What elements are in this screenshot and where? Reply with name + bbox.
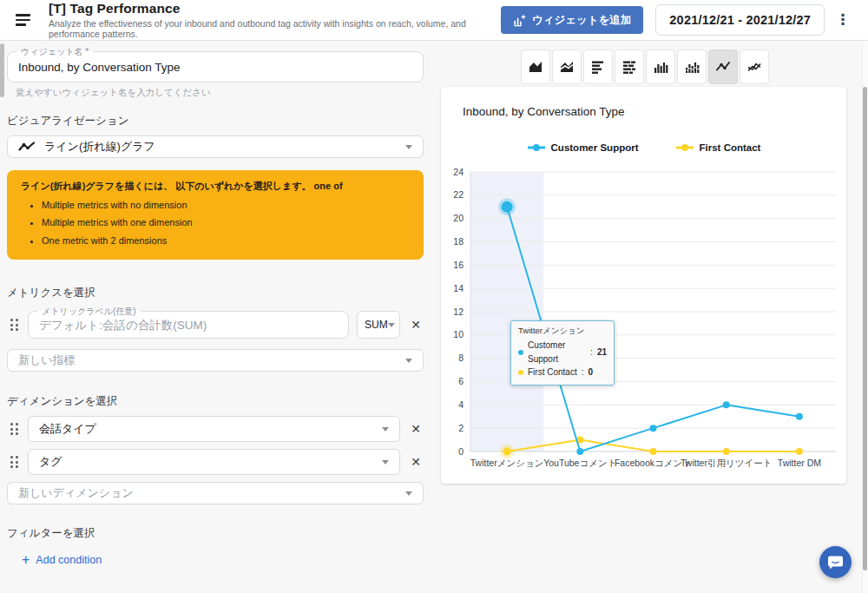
svg-text:Twitter DM: Twitter DM <box>778 458 821 468</box>
legend-label: First Contact <box>700 142 761 153</box>
dimension-value: 会話タイプ <box>39 421 96 437</box>
svg-text:Twitterメンション: Twitterメンション <box>470 458 544 468</box>
aggregation-select[interactable]: SUM <box>357 311 400 339</box>
remove-dimension-icon[interactable]: ✕ <box>408 422 424 436</box>
chart-title: Inbound, by Conversation Type <box>441 87 846 118</box>
chart-type-stacked-area-button[interactable] <box>552 49 582 84</box>
chart-preview-card: Inbound, by Conversation Type Customer S… <box>441 87 846 484</box>
widget-name-label: ウィジェット名 * <box>16 46 93 58</box>
metric-label-caption: メトリックラベル(任意) <box>37 306 141 318</box>
dimension-select-tag[interactable]: タグ <box>28 449 400 475</box>
svg-text:6: 6 <box>458 376 464 386</box>
new-metric-select[interactable]: 新しい指標 <box>7 349 424 372</box>
svg-text:Twitter引用リツイート: Twitter引用リツイート <box>681 458 772 468</box>
chevron-down-icon <box>405 359 412 363</box>
widget-name-field[interactable]: ウィジェット名 * <box>7 51 424 82</box>
dimensions-section-label: ディメンションを選択 <box>7 394 424 409</box>
visualization-select[interactable]: ライン(折れ線)グラフ <box>7 135 424 158</box>
tooltip-value: 21 <box>597 346 607 359</box>
chart-type-bar-horizontal-button[interactable] <box>583 49 613 84</box>
svg-text:18: 18 <box>453 236 464 247</box>
chart-type-area-button[interactable] <box>521 49 550 84</box>
tooltip-row: Customer Support: 21 <box>518 339 607 366</box>
filters-section-label: フィルターを選択 <box>7 526 424 541</box>
line-chart-icon <box>18 142 36 152</box>
line-chart[interactable]: 024681012141618202224TwitterメンションYouTube… <box>444 161 841 484</box>
series-dot-icon <box>518 370 523 375</box>
tooltip-title: Twitterメンション <box>518 326 607 337</box>
date-range-picker[interactable]: 2021/12/21 - 2021/12/27 <box>655 4 825 36</box>
chart-type-bar-horizontal-stacked-button[interactable] <box>615 49 644 84</box>
svg-text:10: 10 <box>453 329 464 339</box>
metric-label-field[interactable]: メトリックラベル(任意) <box>28 311 349 339</box>
bar-vertical-stacked-icon <box>684 59 700 75</box>
add-condition-button[interactable]: + Add condition <box>22 553 424 567</box>
legend-label: Customer Support <box>551 142 639 153</box>
chevron-down-icon <box>388 323 395 327</box>
svg-text:24: 24 <box>453 167 464 177</box>
chart-legend: Customer SupportFirst Contact <box>441 142 846 153</box>
new-dimension-select[interactable]: 新しいディメンション <box>7 482 424 504</box>
page-subtitle: Analyze the effectiveness of your inboun… <box>49 18 501 39</box>
chat-bubble-icon <box>826 553 845 571</box>
metrics-section-label: メトリクスを選択 <box>7 286 424 300</box>
chart-type-bar-vertical-stacked-button[interactable] <box>677 49 707 84</box>
app-header: [T] Tag Performance Analyze the effectiv… <box>0 0 868 41</box>
chevron-down-icon <box>382 427 389 432</box>
chart-type-line-button[interactable] <box>708 49 738 84</box>
svg-text:16: 16 <box>453 260 464 270</box>
bar-vertical-icon <box>653 59 668 75</box>
tooltip-row: First Contact: 0 <box>518 366 607 379</box>
area-chart-icon <box>528 59 543 75</box>
visualization-section-label: ビジュアライゼーション <box>7 114 424 128</box>
svg-text:8: 8 <box>458 353 464 363</box>
aggregation-value: SUM <box>365 319 388 331</box>
svg-text:14: 14 <box>453 283 464 293</box>
content-area: ウィジェット名 * 覚えやすいウィジェット名を入力してください ビジュアライゼー… <box>0 41 868 593</box>
visualization-value: ライン(折れ線)グラフ <box>44 139 155 155</box>
page-scrollbar-thumb[interactable] <box>863 87 867 570</box>
chart-type-toolbar <box>521 49 769 84</box>
chart-type-multi-line-button[interactable] <box>740 49 769 84</box>
dimension-row: タグ ✕ <box>7 449 424 475</box>
left-scrollbar[interactable] <box>0 43 4 97</box>
drag-handle-icon[interactable] <box>10 423 20 435</box>
chart-plot-area: 024681012141618202224TwitterメンションYouTube… <box>444 161 846 488</box>
dimension-row: 会話タイプ ✕ <box>7 416 424 442</box>
svg-text:YouTubeコメント: YouTubeコメント <box>543 458 616 468</box>
svg-text:0: 0 <box>458 446 464 457</box>
chevron-down-icon <box>405 491 412 496</box>
remove-dimension-icon[interactable]: ✕ <box>408 455 424 469</box>
metric-label-input[interactable] <box>29 319 348 332</box>
tooltip-colon: : <box>582 366 584 379</box>
page-title: [T] Tag Performance <box>49 1 501 16</box>
dimension-select-conversation-type[interactable]: 会話タイプ <box>28 416 400 442</box>
alert-intro: ライン(折れ線)グラフを描くには、 以下のいずれかを選択します。 one of <box>21 180 410 193</box>
add-widget-button[interactable]: ウィジェットを追加 <box>501 6 644 34</box>
more-options-icon[interactable]: ⋮ <box>832 9 854 31</box>
bar-horizontal-stacked-icon <box>621 59 637 75</box>
svg-text:20: 20 <box>453 213 464 223</box>
chat-support-button[interactable] <box>819 546 852 578</box>
legend-marker-icon <box>527 143 546 152</box>
new-metric-placeholder: 新しい指標 <box>18 353 76 368</box>
widget-editor-form: ウィジェット名 * 覚えやすいウィジェット名を入力してください ビジュアライゼー… <box>7 51 424 593</box>
stacked-area-chart-icon <box>559 59 575 75</box>
line-chart-icon <box>715 59 731 75</box>
svg-text:12: 12 <box>453 306 464 317</box>
drag-handle-icon[interactable] <box>10 319 20 331</box>
chart-tooltip: Twitterメンション Customer Support: 21 First … <box>510 320 615 385</box>
legend-marker-icon <box>675 143 694 152</box>
tooltip-colon: : <box>590 346 593 359</box>
tooltip-series-label: Customer Support <box>528 339 586 366</box>
menu-icon[interactable] <box>16 10 36 30</box>
remove-metric-icon[interactable]: ✕ <box>408 318 424 332</box>
chart-type-bar-vertical-button[interactable] <box>646 49 675 84</box>
page-scrollbar[interactable] <box>862 41 868 593</box>
alert-option: Multiple metrics with one dimension <box>42 214 410 231</box>
legend-item[interactable]: Customer Support <box>527 142 639 153</box>
svg-text:4: 4 <box>458 399 464 410</box>
drag-handle-icon[interactable] <box>10 456 20 468</box>
tooltip-series-label: First Contact <box>528 366 577 379</box>
legend-item[interactable]: First Contact <box>675 142 761 153</box>
